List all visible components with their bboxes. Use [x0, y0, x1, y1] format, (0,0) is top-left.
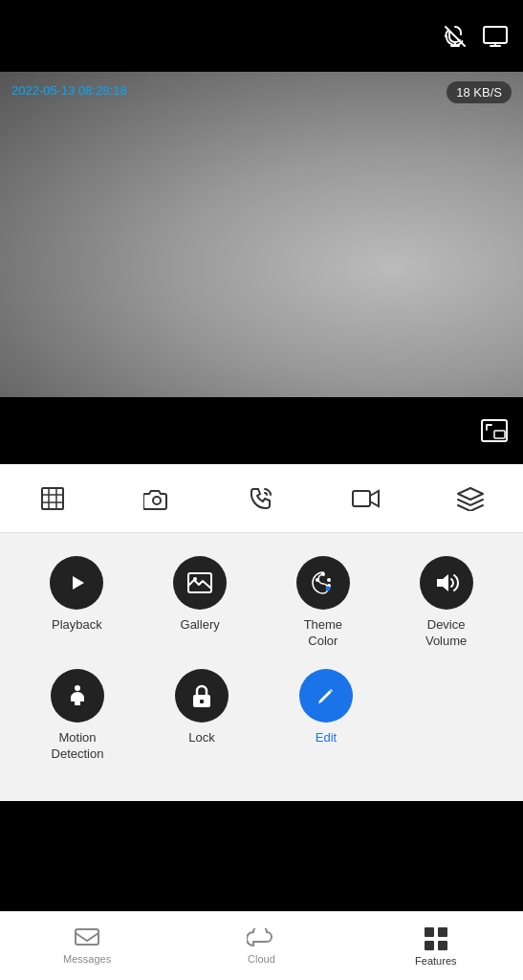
- nav-cloud[interactable]: Cloud: [223, 928, 299, 965]
- lock-label: Lock: [188, 730, 214, 746]
- feature-device-volume[interactable]: DeviceVolume: [384, 556, 508, 650]
- messages-icon: [75, 928, 99, 949]
- features-row-1: Playback Gallery: [15, 556, 508, 650]
- feature-lock[interactable]: Lock: [140, 669, 264, 763]
- lock-icon: [175, 669, 229, 723]
- motion-detection-label: MotionDetection: [52, 730, 104, 763]
- cloud-icon: [247, 928, 275, 949]
- mute-icon[interactable]: [443, 24, 468, 49]
- feature-motion-detection[interactable]: MotionDetection: [15, 669, 140, 763]
- features-icon: [424, 926, 448, 951]
- svg-rect-23: [425, 927, 434, 937]
- call-icon[interactable]: [242, 479, 280, 518]
- feature-theme-color[interactable]: ThemeColor: [262, 556, 385, 650]
- black-band: [0, 397, 523, 464]
- toolbar: [0, 464, 523, 533]
- gallery-label: Gallery: [181, 617, 220, 634]
- svg-rect-25: [425, 941, 434, 950]
- svg-rect-6: [494, 431, 505, 438]
- playback-label: Playback: [52, 617, 102, 634]
- pip-icon[interactable]: [481, 419, 508, 442]
- screen-icon[interactable]: [483, 26, 508, 47]
- gallery-icon: [173, 556, 227, 610]
- camera-feed: 2022-05-13 08:28:18 18 KB/S: [0, 72, 523, 397]
- svg-point-8: [153, 497, 161, 504]
- cloud-label: Cloud: [248, 953, 275, 965]
- motion-icon: [51, 669, 104, 723]
- volume-icon: [420, 556, 473, 610]
- playback-icon: [50, 556, 103, 610]
- svg-rect-9: [353, 491, 370, 506]
- camera-timestamp: 2022-05-13 08:28:18: [11, 83, 127, 98]
- top-bar: [0, 0, 523, 72]
- svg-point-19: [75, 685, 80, 691]
- feature-playback[interactable]: Playback: [15, 556, 139, 650]
- svg-rect-22: [76, 929, 98, 945]
- feature-gallery[interactable]: Gallery: [139, 556, 262, 650]
- features-grid: Playback Gallery: [0, 533, 523, 801]
- svg-marker-18: [437, 574, 448, 591]
- svg-rect-26: [438, 941, 447, 950]
- fullscreen-icon[interactable]: [33, 479, 72, 518]
- svg-rect-24: [438, 927, 447, 937]
- svg-point-17: [325, 587, 330, 591]
- video-record-icon[interactable]: [347, 479, 385, 518]
- messages-label: Messages: [63, 953, 111, 965]
- camera-speed: 18 KB/S: [447, 81, 512, 103]
- bottom-nav: Messages Cloud Features: [0, 911, 523, 980]
- svg-point-12: [193, 577, 197, 581]
- features-row-2: MotionDetection Lock Edit: [15, 669, 508, 763]
- svg-point-14: [321, 572, 325, 576]
- features-label: Features: [415, 955, 456, 967]
- svg-rect-7: [42, 488, 63, 509]
- svg-marker-10: [73, 576, 84, 590]
- palette-icon: [296, 556, 350, 610]
- svg-point-15: [327, 578, 331, 582]
- svg-rect-21: [200, 700, 204, 703]
- layers-icon[interactable]: [451, 479, 490, 518]
- nav-features[interactable]: Features: [398, 926, 474, 967]
- device-volume-label: DeviceVolume: [425, 617, 467, 650]
- edit-icon: [299, 669, 353, 723]
- nav-messages[interactable]: Messages: [49, 928, 125, 965]
- svg-rect-2: [484, 27, 507, 43]
- edit-label: Edit: [316, 730, 337, 746]
- theme-color-label: ThemeColor: [304, 617, 342, 650]
- feature-edit[interactable]: Edit: [264, 669, 388, 763]
- camera-capture-icon[interactable]: [138, 479, 176, 518]
- svg-point-13: [316, 578, 319, 582]
- camera-area: 2022-05-13 08:28:18 18 KB/S: [0, 72, 523, 397]
